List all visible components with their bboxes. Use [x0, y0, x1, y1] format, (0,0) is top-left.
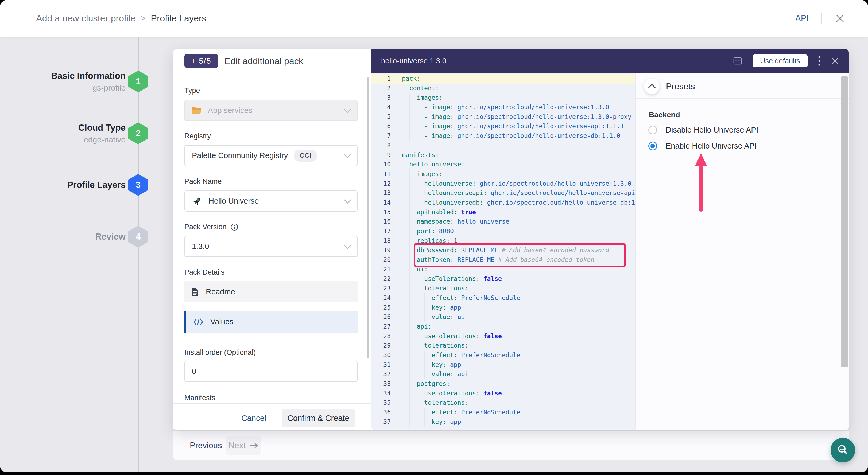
- hello-universe-logo-icon: [192, 196, 203, 207]
- type-select[interactable]: App services: [184, 100, 358, 121]
- manifests-label: Manifests: [184, 394, 215, 402]
- editor-close-icon[interactable]: [831, 57, 839, 65]
- code-line: 11 images:: [371, 169, 636, 179]
- code-line: 7 - image: ghcr.io/spectrocloud/hello-un…: [371, 131, 636, 141]
- code-line: 9manifests:: [371, 150, 636, 160]
- page-title: Profile Layers: [151, 13, 206, 24]
- stepper-connector-line: [138, 37, 139, 472]
- breadcrumb: Add a new cluster profile > Profile Laye…: [36, 0, 206, 37]
- top-bar: Add a new cluster profile > Profile Laye…: [0, 0, 868, 37]
- code-line: 22 useTolerations: false: [371, 274, 636, 284]
- step-basic-information-hexagon[interactable]: 1: [128, 70, 148, 92]
- step-review-labels: Review: [0, 226, 126, 248]
- wizard-footer: Previous Next: [173, 431, 849, 460]
- pack-form: + 5/5 Edit additional pack Type App serv…: [173, 49, 371, 430]
- code-line: 23 tolerations:: [371, 284, 636, 293]
- code-line: 14 hellouniversedb: ghcr.io/spectrocloud…: [371, 198, 636, 208]
- type-value: App services: [208, 106, 252, 115]
- radio-disable-hello-universe-api[interactable]: Disable Hello Universe API: [648, 126, 758, 134]
- tab-readme[interactable]: Readme: [184, 281, 358, 303]
- search-fab-button[interactable]: [831, 438, 855, 463]
- document-icon: [191, 287, 199, 296]
- code-line: 16 namespace: hello-universe: [371, 217, 636, 226]
- previous-button[interactable]: Previous: [190, 431, 222, 460]
- code-line: 8: [371, 141, 636, 150]
- step-review-hexagon[interactable]: 4: [128, 226, 148, 248]
- presets-collapse-button[interactable]: [644, 78, 659, 94]
- code-line: 34 useTolerations: false: [371, 389, 636, 398]
- pack-name-value: Hello Universe: [209, 197, 259, 205]
- pack-count-badge: + 5/5: [184, 54, 218, 68]
- code-line: 2 content:: [371, 84, 636, 93]
- pack-version-select[interactable]: 1.3.0: [184, 236, 358, 257]
- step-number: 1: [136, 76, 141, 87]
- radio-icon[interactable]: [648, 126, 657, 134]
- step-sublabel: edge-native: [0, 135, 126, 144]
- editor-scrollbar[interactable]: [841, 76, 848, 367]
- tab-values-label: Values: [210, 317, 234, 326]
- use-defaults-button[interactable]: Use defaults: [752, 55, 808, 67]
- form-scrollbar[interactable]: [367, 77, 369, 358]
- code-line: 17 port: 8080: [371, 226, 636, 236]
- registry-select[interactable]: Palette Community Registry OCI: [184, 145, 358, 166]
- code-line: 25 key: app: [371, 303, 636, 313]
- edit-pack-modal: + 5/5 Edit additional pack Type App serv…: [173, 49, 849, 430]
- confirm-create-button[interactable]: Confirm & Create: [282, 409, 355, 427]
- split-view-icon[interactable]: [733, 56, 742, 66]
- install-order-input[interactable]: [184, 361, 358, 382]
- radio-icon[interactable]: [648, 141, 657, 150]
- radio-label: Disable Hello Universe API: [666, 126, 758, 134]
- pack-version-label: Pack Version: [184, 223, 238, 231]
- editor-title: hello-universe 1.3.0: [381, 57, 446, 65]
- close-icon[interactable]: [835, 13, 845, 24]
- yaml-code-area[interactable]: 1pack:2 content:3 images:4 - image: ghcr…: [371, 73, 636, 430]
- step-number: 3: [136, 180, 141, 190]
- code-line: 33 postgres:: [371, 379, 636, 389]
- step-profile-layers-hexagon[interactable]: 3: [128, 174, 148, 196]
- step-label: Profile Layers: [0, 180, 126, 190]
- chevron-up-icon: [648, 84, 655, 91]
- code-line: 37 key: app: [371, 417, 636, 427]
- breadcrumb-separator: >: [141, 14, 145, 23]
- step-cloud-type-labels: Cloud Type edge-native: [0, 122, 126, 144]
- tab-values[interactable]: Values: [184, 311, 358, 332]
- radio-enable-hello-universe-api[interactable]: Enable Hello Universe API: [648, 141, 756, 150]
- pack-details-label: Pack Details: [184, 268, 224, 277]
- step-number: 4: [136, 232, 141, 242]
- api-link[interactable]: API: [795, 13, 809, 23]
- code-line: 35 tolerations:: [371, 398, 636, 408]
- next-button-label: Next: [228, 441, 246, 450]
- registry-value: Palette Community Registry: [192, 151, 288, 160]
- step-cloud-type-hexagon[interactable]: 2: [128, 122, 148, 144]
- editor-header: hello-universe 1.3.0 Use defaults: [371, 49, 849, 73]
- step-number: 2: [136, 128, 141, 138]
- yaml-editor-panel: hello-universe 1.3.0 Use defaults: [371, 49, 849, 430]
- presets-title: Presets: [666, 82, 695, 91]
- code-line: 10 hello-universe:: [371, 160, 636, 169]
- step-basic-information-labels: Basic Information gs-profile: [0, 70, 126, 92]
- presets-divider: [636, 167, 849, 168]
- code-line: 3 images:: [371, 93, 636, 103]
- radio-label: Enable Hello Universe API: [666, 141, 756, 150]
- tab-readme-label: Readme: [206, 287, 235, 296]
- info-icon[interactable]: [230, 223, 238, 231]
- code-line: 15 apiEnabled: true: [371, 208, 636, 217]
- code-line: 5 - image: ghcr.io/spectrocloud/hello-un…: [371, 112, 636, 122]
- code-line: 36 effect: PreferNoSchedule: [371, 408, 636, 417]
- kebab-menu-icon[interactable]: [818, 56, 821, 66]
- breadcrumb-parent-link[interactable]: Add a new cluster profile: [36, 13, 135, 24]
- folder-icon: [192, 106, 202, 115]
- form-footer-divider: [173, 403, 371, 404]
- cancel-button[interactable]: Cancel: [241, 409, 266, 427]
- annotation-arrow-up: [694, 153, 707, 212]
- pack-version-label-text: Pack Version: [184, 223, 227, 231]
- registry-label: Registry: [184, 132, 211, 140]
- next-button[interactable]: Next: [226, 436, 261, 455]
- code-line: 27 api:: [371, 322, 636, 331]
- arrow-right-icon: [250, 443, 258, 448]
- code-line: 24 effect: PreferNoSchedule: [371, 293, 636, 303]
- type-label: Type: [184, 87, 200, 95]
- code-line: 28 useTolerations: false: [371, 331, 636, 341]
- step-label: Basic Information: [0, 70, 126, 81]
- pack-name-select[interactable]: Hello Universe: [184, 190, 358, 212]
